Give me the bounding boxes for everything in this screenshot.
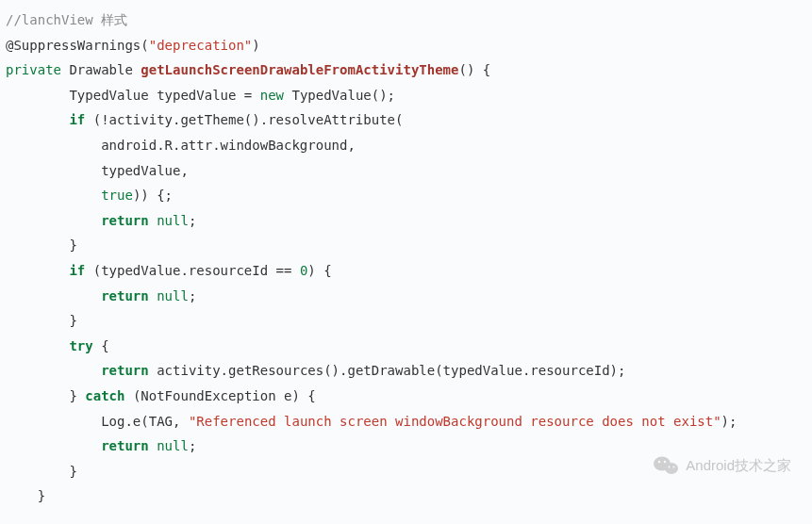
code-text: Log.e(TAG, [101,414,189,429]
code-line: private Drawable getLaunchScreenDrawable… [6,57,806,83]
indent [6,288,101,303]
code-text: (NotFoundException e) { [124,388,315,403]
space [149,288,157,303]
code-line: Log.e(TAG, "Referenced launch screen win… [6,409,806,434]
svg-point-4 [669,466,671,467]
svg-point-3 [664,461,666,463]
keyword-null: null [157,288,189,303]
annotation-start: @SuppressWarnings( [6,38,149,53]
indent [6,464,69,479]
brace-close: } [69,464,76,479]
keyword-if: if [69,112,85,127]
keyword-try: try [69,338,92,353]
brace-open: () { [458,62,490,77]
semicolon: ; [189,288,196,303]
semicolon: ; [189,438,196,453]
code-text: } [69,388,85,403]
code-text: ); [721,414,737,429]
code-text: typedValue, [101,163,189,178]
code-text: )) {; [133,188,173,203]
brace-close: } [69,313,76,328]
code-line: //lanchView 样式 [6,8,806,33]
space [149,213,157,228]
code-line: try { [6,334,806,359]
code-text: android.R.attr.windowBackground, [101,138,356,153]
code-line: TypedValue typedValue = new TypedValue()… [6,83,806,108]
indent [6,313,69,328]
string-literal: "Referenced launch screen windowBackgrou… [189,414,721,429]
keyword-catch: catch [85,388,124,403]
indent [6,338,69,353]
code-line: return null; [6,208,806,234]
code-line: } [6,233,806,258]
watermark: Android技术之家 [654,452,791,480]
indent [6,112,69,127]
code-line: return null; [6,284,806,309]
indent [6,213,101,228]
code-line: } [6,483,806,509]
indent [6,488,38,503]
code-text: (typedValue.resourceId == [85,263,300,278]
function-name: getLaunchScreenDrawableFromActivityTheme [141,62,458,77]
brace-close: } [38,488,45,503]
svg-point-5 [673,466,675,467]
indent [6,363,101,378]
indent [6,138,101,153]
keyword-return: return [101,288,149,303]
indent [6,414,101,429]
code-block: //lanchView 样式@SuppressWarnings("depreca… [6,8,806,509]
annotation-end: ) [252,38,259,53]
code-text: ) { [307,263,331,278]
keyword-new: new [260,88,284,103]
comment: //lanchView 样式 [6,12,127,27]
code-line: } [6,308,806,334]
code-text: TypedValue(); [284,88,395,103]
code-line: @SuppressWarnings("deprecation") [6,33,806,58]
indent [6,388,69,403]
code-text: TypedValue typedValue = [69,88,259,103]
code-line: } catch (NotFoundException e) { [6,384,806,409]
watermark-text: Android技术之家 [686,452,791,480]
indent [6,188,101,203]
svg-point-2 [658,461,660,463]
type-name: Drawable [61,62,141,77]
indent [6,263,69,278]
code-line: if (!activity.getTheme().resolveAttribut… [6,107,806,133]
code-text: (!activity.getTheme().resolveAttribute( [85,112,403,127]
keyword-true: true [101,188,133,203]
keyword-return: return [101,213,149,228]
code-line: return activity.getResources().getDrawab… [6,358,806,384]
indent [6,237,69,253]
brace-close: } [69,237,76,253]
indent [6,163,101,178]
code-line: true)) {; [6,183,806,208]
string-literal: "deprecation" [149,38,253,53]
keyword-null: null [157,213,189,228]
keyword-return: return [101,363,149,378]
keyword-null: null [157,438,189,453]
svg-point-1 [665,463,678,474]
code-text: activity.getResources().getDrawable(type… [149,363,626,378]
space [149,438,157,453]
keyword-if: if [69,263,85,278]
wechat-icon [654,455,678,476]
brace-open: { [93,338,109,353]
keyword-private: private [6,62,61,77]
indent [6,438,101,453]
code-line: android.R.attr.windowBackground, [6,133,806,158]
keyword-return: return [101,438,149,453]
code-line: typedValue, [6,158,806,184]
code-line: if (typedValue.resourceId == 0) { [6,258,806,284]
indent [6,88,69,103]
semicolon: ; [189,213,196,228]
